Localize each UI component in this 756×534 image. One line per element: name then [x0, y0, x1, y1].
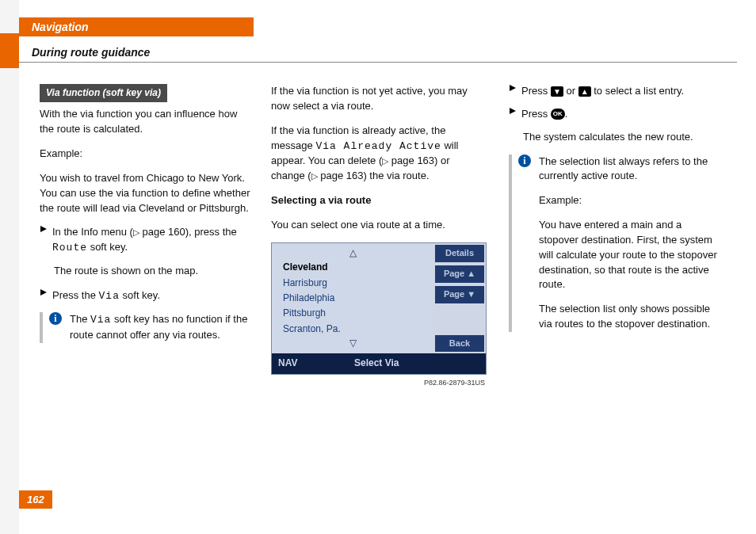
step-text: In the Info menu (: [52, 226, 133, 238]
body-text: If the via function is already active, t…: [271, 124, 485, 184]
header-rule: [19, 62, 737, 63]
ok-button-icon: OK: [551, 109, 565, 120]
info-text: The selection list always refers to the …: [539, 154, 723, 185]
bullet-triangle-icon: [40, 288, 52, 304]
scroll-down-icon: ▽: [272, 337, 433, 350]
step-text: Press the: [52, 289, 99, 301]
info-text: The: [70, 313, 90, 325]
scroll-up-icon: △: [272, 246, 433, 260]
list-item: Cleveland: [272, 260, 433, 275]
step-text: soft key.: [120, 289, 160, 301]
bullet-triangle-icon: [509, 84, 521, 99]
instruction-step: In the Info menu (▷ page 160), press the…: [40, 225, 254, 256]
column-3: Press ▼ or ▲ to select a list entry. Pre…: [509, 84, 723, 341]
step-text: or: [563, 85, 578, 97]
softkey-label: Via: [90, 314, 111, 326]
page-ref-icon: ▷: [133, 227, 139, 239]
column-2: If the via function is not yet active, y…: [271, 84, 485, 396]
step-result: The route is shown on the map.: [54, 264, 254, 279]
message-text: Via Already Active: [315, 140, 441, 152]
page-ref-icon: ▷: [311, 170, 318, 183]
instruction-step: Press OK.: [509, 107, 723, 122]
side-tab-active: [0, 33, 19, 68]
figure-caption: P82.86-2879-31US: [271, 378, 485, 388]
step-result: The system calculates the new route.: [523, 130, 723, 145]
side-tab-strip: [0, 0, 19, 534]
info-text: Example:: [539, 193, 723, 208]
page-number: 162: [19, 490, 52, 509]
step-text: Press: [521, 85, 551, 97]
info-text: The selection list only shows possible v…: [539, 302, 723, 332]
list-item: Harrisburg: [272, 276, 433, 291]
svg-marker-1: [40, 289, 47, 296]
down-button-icon: ▼: [551, 86, 563, 97]
softkey-label: Via: [99, 290, 120, 302]
info-icon: i: [49, 312, 65, 343]
softkey-details: Details: [435, 245, 484, 262]
svg-marker-2: [510, 85, 516, 91]
subsection-heading: Selecting a via route: [271, 193, 485, 208]
body-text: With the via function you can influence …: [40, 107, 254, 137]
step-text: soft key.: [87, 241, 128, 253]
mode-label: NAV: [272, 353, 304, 373]
instruction-step: Press the Via soft key.: [40, 288, 254, 304]
body-text: Example:: [40, 147, 254, 162]
bullet-triangle-icon: [40, 225, 52, 256]
subsection-heading: Via function (soft key via): [40, 84, 167, 102]
list-item: Philadelphia: [272, 291, 433, 306]
step-text: page 160), press the: [139, 226, 237, 238]
softkey-page-down: Page ▼: [435, 286, 484, 303]
info-icon: i: [518, 154, 534, 332]
svg-marker-3: [510, 108, 516, 114]
softkey-label: Route: [52, 242, 87, 254]
list-item: Pittsburgh: [272, 306, 433, 321]
body-text: If the via function is not yet active, y…: [271, 84, 485, 114]
info-note: i The selection list always refers to th…: [509, 154, 723, 332]
info-note: i The Via soft key has no function if th…: [40, 312, 254, 343]
body-text: page 163) the via route.: [318, 170, 430, 181]
svg-marker-0: [40, 226, 47, 232]
chapter-header: Navigation: [19, 17, 254, 36]
body-text: You can select one via route at a time.: [271, 218, 485, 233]
column-1: Via function (soft key via) With the via…: [40, 84, 254, 353]
step-text: to select a list entry.: [591, 85, 685, 97]
list-item: Scranton, Pa.: [272, 322, 433, 337]
bullet-triangle-icon: [509, 107, 521, 122]
section-title: During route guidance: [32, 46, 150, 59]
softkey-back: Back: [435, 335, 484, 353]
info-text: You have entered a main and a stopover d…: [539, 218, 723, 292]
instruction-step: Press ▼ or ▲ to select a list entry.: [509, 84, 723, 99]
softkey-page-up: Page ▲: [435, 265, 484, 283]
step-text: .: [565, 108, 568, 120]
screen-title: Select Via: [304, 353, 449, 373]
step-text: Press: [521, 108, 551, 120]
device-screenshot: △ Cleveland Harrisburg Philadelphia Pitt…: [271, 242, 487, 375]
body-text: You wish to travel from Chicago to New Y…: [40, 171, 254, 216]
up-button-icon: ▲: [578, 86, 591, 97]
